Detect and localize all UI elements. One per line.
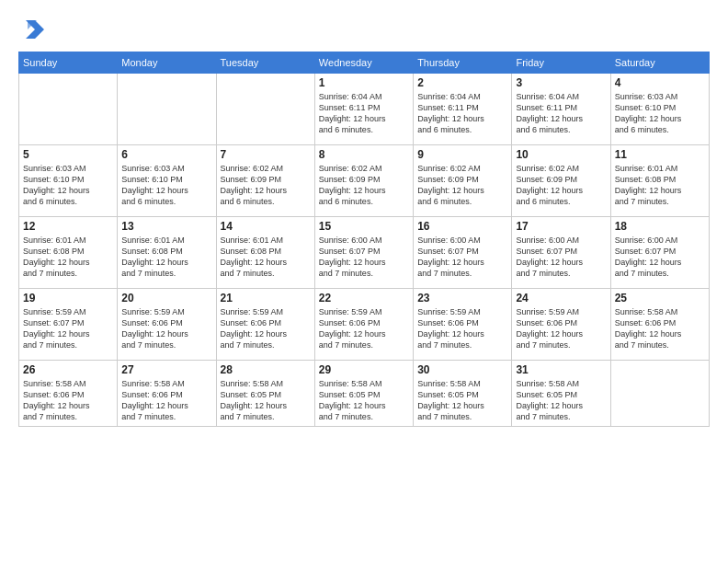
calendar-week-row: 26Sunrise: 5:58 AM Sunset: 6:06 PM Dayli… — [19, 361, 710, 427]
calendar-cell: 24Sunrise: 5:59 AM Sunset: 6:06 PM Dayli… — [512, 289, 610, 361]
calendar-cell: 20Sunrise: 5:59 AM Sunset: 6:06 PM Dayli… — [118, 289, 216, 361]
calendar-cell — [19, 74, 118, 145]
day-info: Sunrise: 5:59 AM Sunset: 6:06 PM Dayligh… — [417, 306, 507, 351]
page-header — [18, 17, 710, 42]
calendar-cell: 30Sunrise: 5:58 AM Sunset: 6:05 PM Dayli… — [414, 361, 512, 427]
calendar-week-row: 19Sunrise: 5:59 AM Sunset: 6:07 PM Dayli… — [19, 289, 710, 361]
calendar-header: SundayMondayTuesdayWednesdayThursdayFrid… — [19, 52, 710, 74]
day-info: Sunrise: 6:03 AM Sunset: 6:10 PM Dayligh… — [121, 163, 211, 208]
day-number: 19 — [23, 292, 113, 304]
day-number: 8 — [319, 148, 409, 161]
day-info: Sunrise: 6:02 AM Sunset: 6:09 PM Dayligh… — [417, 163, 507, 208]
day-number: 25 — [615, 292, 705, 304]
calendar-body: 1Sunrise: 6:04 AM Sunset: 6:11 PM Daylig… — [19, 74, 710, 427]
day-number: 5 — [23, 148, 113, 161]
calendar-page: SundayMondayTuesdayWednesdayThursdayFrid… — [0, 0, 728, 563]
calendar-cell: 18Sunrise: 6:00 AM Sunset: 6:07 PM Dayli… — [610, 217, 709, 289]
day-info: Sunrise: 5:58 AM Sunset: 6:05 PM Dayligh… — [319, 378, 409, 423]
calendar-cell: 14Sunrise: 6:01 AM Sunset: 6:08 PM Dayli… — [216, 217, 314, 289]
day-number: 21 — [221, 292, 311, 304]
day-info: Sunrise: 6:01 AM Sunset: 6:08 PM Dayligh… — [23, 235, 113, 280]
calendar-cell: 1Sunrise: 6:04 AM Sunset: 6:11 PM Daylig… — [314, 74, 413, 145]
day-info: Sunrise: 6:00 AM Sunset: 6:07 PM Dayligh… — [615, 235, 705, 280]
day-info: Sunrise: 5:58 AM Sunset: 6:05 PM Dayligh… — [417, 378, 507, 423]
day-info: Sunrise: 6:01 AM Sunset: 6:08 PM Dayligh… — [615, 163, 705, 208]
calendar-cell: 9Sunrise: 6:02 AM Sunset: 6:09 PM Daylig… — [414, 145, 512, 217]
calendar-cell: 19Sunrise: 5:59 AM Sunset: 6:07 PM Dayli… — [19, 289, 118, 361]
weekday-header: Monday — [118, 52, 216, 74]
day-number: 23 — [417, 292, 507, 304]
day-number: 27 — [121, 363, 211, 376]
calendar-cell: 4Sunrise: 6:03 AM Sunset: 6:10 PM Daylig… — [610, 74, 709, 145]
calendar-cell: 29Sunrise: 5:58 AM Sunset: 6:05 PM Dayli… — [314, 361, 413, 427]
day-info: Sunrise: 5:58 AM Sunset: 6:06 PM Dayligh… — [23, 378, 113, 423]
day-info: Sunrise: 6:04 AM Sunset: 6:11 PM Dayligh… — [516, 91, 606, 136]
day-number: 6 — [121, 148, 211, 161]
weekday-header: Friday — [512, 52, 610, 74]
day-info: Sunrise: 6:04 AM Sunset: 6:11 PM Dayligh… — [319, 91, 409, 136]
weekday-header: Saturday — [610, 52, 709, 74]
day-number: 12 — [23, 220, 113, 233]
day-info: Sunrise: 6:01 AM Sunset: 6:08 PM Dayligh… — [221, 235, 311, 280]
day-info: Sunrise: 6:02 AM Sunset: 6:09 PM Dayligh… — [221, 163, 311, 208]
calendar-cell: 11Sunrise: 6:01 AM Sunset: 6:08 PM Dayli… — [610, 145, 709, 217]
day-number: 1 — [319, 76, 409, 89]
day-info: Sunrise: 5:58 AM Sunset: 6:05 PM Dayligh… — [221, 378, 311, 423]
day-info: Sunrise: 5:59 AM Sunset: 6:06 PM Dayligh… — [121, 306, 211, 351]
calendar-cell: 27Sunrise: 5:58 AM Sunset: 6:06 PM Dayli… — [118, 361, 216, 427]
calendar-cell: 7Sunrise: 6:02 AM Sunset: 6:09 PM Daylig… — [216, 145, 314, 217]
calendar-cell: 8Sunrise: 6:02 AM Sunset: 6:09 PM Daylig… — [314, 145, 413, 217]
day-number: 29 — [319, 363, 409, 376]
calendar-cell: 13Sunrise: 6:01 AM Sunset: 6:08 PM Dayli… — [118, 217, 216, 289]
day-info: Sunrise: 5:59 AM Sunset: 6:06 PM Dayligh… — [516, 306, 606, 351]
calendar-cell: 16Sunrise: 6:00 AM Sunset: 6:07 PM Dayli… — [414, 217, 512, 289]
weekday-header: Sunday — [19, 52, 118, 74]
day-number: 22 — [319, 292, 409, 304]
calendar-cell: 3Sunrise: 6:04 AM Sunset: 6:11 PM Daylig… — [512, 74, 610, 145]
day-number: 28 — [221, 363, 311, 376]
calendar-cell — [118, 74, 216, 145]
calendar-cell: 2Sunrise: 6:04 AM Sunset: 6:11 PM Daylig… — [414, 74, 512, 145]
day-number: 31 — [516, 363, 606, 376]
calendar-cell — [216, 74, 314, 145]
day-number: 16 — [417, 220, 507, 233]
day-number: 4 — [615, 76, 705, 89]
calendar-cell: 31Sunrise: 5:58 AM Sunset: 6:05 PM Dayli… — [512, 361, 610, 427]
calendar-cell: 17Sunrise: 6:00 AM Sunset: 6:07 PM Dayli… — [512, 217, 610, 289]
calendar-cell: 28Sunrise: 5:58 AM Sunset: 6:05 PM Dayli… — [216, 361, 314, 427]
weekday-header: Tuesday — [216, 52, 314, 74]
day-info: Sunrise: 5:58 AM Sunset: 6:06 PM Dayligh… — [615, 306, 705, 351]
calendar-cell — [610, 361, 709, 427]
calendar-week-row: 1Sunrise: 6:04 AM Sunset: 6:11 PM Daylig… — [19, 74, 710, 145]
calendar-cell: 10Sunrise: 6:02 AM Sunset: 6:09 PM Dayli… — [512, 145, 610, 217]
weekday-header: Wednesday — [314, 52, 413, 74]
day-number: 15 — [319, 220, 409, 233]
weekday-header-row: SundayMondayTuesdayWednesdayThursdayFrid… — [19, 52, 710, 74]
calendar-cell: 15Sunrise: 6:00 AM Sunset: 6:07 PM Dayli… — [314, 217, 413, 289]
day-number: 17 — [516, 220, 606, 233]
day-number: 13 — [121, 220, 211, 233]
day-info: Sunrise: 5:58 AM Sunset: 6:05 PM Dayligh… — [516, 378, 606, 423]
day-info: Sunrise: 5:59 AM Sunset: 6:07 PM Dayligh… — [23, 306, 113, 351]
calendar-cell: 22Sunrise: 5:59 AM Sunset: 6:06 PM Dayli… — [314, 289, 413, 361]
calendar-week-row: 5Sunrise: 6:03 AM Sunset: 6:10 PM Daylig… — [19, 145, 710, 217]
day-number: 3 — [516, 76, 606, 89]
day-number: 20 — [121, 292, 211, 304]
day-info: Sunrise: 6:02 AM Sunset: 6:09 PM Dayligh… — [516, 163, 606, 208]
calendar-cell: 12Sunrise: 6:01 AM Sunset: 6:08 PM Dayli… — [19, 217, 118, 289]
day-number: 7 — [221, 148, 311, 161]
day-info: Sunrise: 6:01 AM Sunset: 6:08 PM Dayligh… — [121, 235, 211, 280]
day-number: 18 — [615, 220, 705, 233]
day-info: Sunrise: 5:58 AM Sunset: 6:06 PM Dayligh… — [121, 378, 211, 423]
day-info: Sunrise: 6:00 AM Sunset: 6:07 PM Dayligh… — [319, 235, 409, 280]
day-info: Sunrise: 6:02 AM Sunset: 6:09 PM Dayligh… — [319, 163, 409, 208]
calendar-cell: 26Sunrise: 5:58 AM Sunset: 6:06 PM Dayli… — [19, 361, 118, 427]
calendar-cell: 23Sunrise: 5:59 AM Sunset: 6:06 PM Dayli… — [414, 289, 512, 361]
calendar-cell: 21Sunrise: 5:59 AM Sunset: 6:06 PM Dayli… — [216, 289, 314, 361]
calendar-cell: 25Sunrise: 5:58 AM Sunset: 6:06 PM Dayli… — [610, 289, 709, 361]
day-info: Sunrise: 5:59 AM Sunset: 6:06 PM Dayligh… — [221, 306, 311, 351]
calendar-table: SundayMondayTuesdayWednesdayThursdayFrid… — [18, 52, 710, 427]
day-info: Sunrise: 6:00 AM Sunset: 6:07 PM Dayligh… — [417, 235, 507, 280]
day-number: 30 — [417, 363, 507, 376]
day-number: 11 — [615, 148, 705, 161]
